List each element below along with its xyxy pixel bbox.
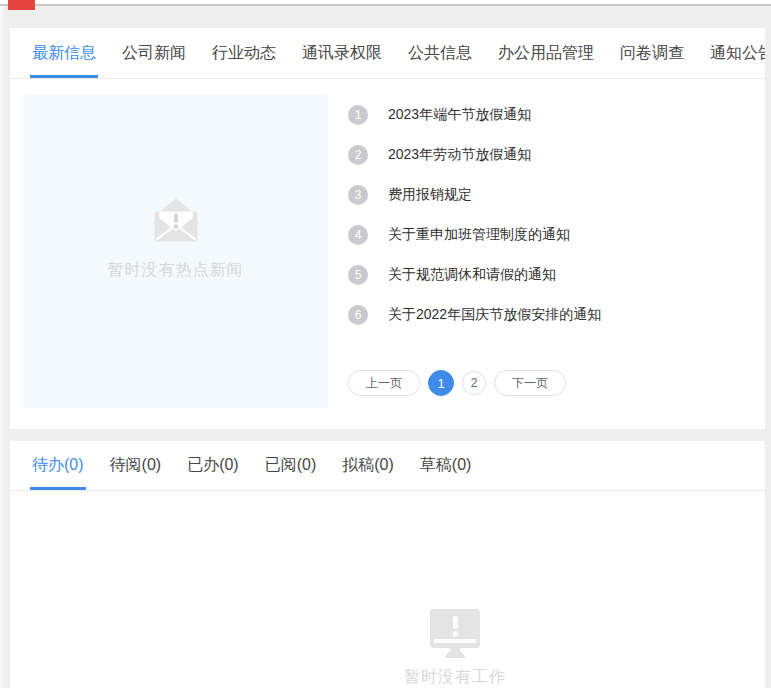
- news-title[interactable]: 2023年劳动节放假通知: [388, 146, 531, 164]
- tab-to-read[interactable]: 待阅(0): [110, 441, 162, 490]
- news-card: 最新信息 公司新闻 行业动态 通讯录权限 公共信息 办公用品管理 问卷调查 通知…: [10, 28, 765, 429]
- tab-draft-pending[interactable]: 拟稿(0): [342, 441, 394, 490]
- tab-done[interactable]: 已办(0): [187, 441, 239, 490]
- next-page-button[interactable]: 下一页: [494, 370, 566, 396]
- tab-survey[interactable]: 问卷调查: [620, 28, 684, 78]
- tab-read[interactable]: 已阅(0): [265, 441, 317, 490]
- news-item[interactable]: 1 2023年端午节放假通知: [348, 95, 601, 135]
- tab-todo[interactable]: 待办(0): [32, 441, 84, 490]
- news-tabbar: 最新信息 公司新闻 行业动态 通讯录权限 公共信息 办公用品管理 问卷调查 通知…: [10, 28, 765, 79]
- news-list: 1 2023年端午节放假通知 2 2023年劳动节放假通知 3 费用报销规定 4…: [348, 95, 601, 335]
- tasks-empty-state: 暂时没有工作: [400, 607, 510, 688]
- rank-badge: 5: [348, 265, 368, 285]
- tasks-tabbar: 待办(0) 待阅(0) 已办(0) 已阅(0) 拟稿(0) 草稿(0): [10, 441, 765, 491]
- news-title[interactable]: 2023年端午节放假通知: [388, 106, 531, 124]
- red-marker: [8, 0, 35, 10]
- news-title[interactable]: 关于重申加班管理制度的通知: [388, 226, 570, 244]
- rank-badge: 3: [348, 185, 368, 205]
- tab-latest-info[interactable]: 最新信息: [32, 28, 96, 78]
- page-number-1[interactable]: 1: [428, 370, 454, 396]
- tab-office-supplies[interactable]: 办公用品管理: [498, 28, 594, 78]
- tab-public-info[interactable]: 公共信息: [408, 28, 472, 78]
- rank-badge: 4: [348, 225, 368, 245]
- news-item[interactable]: 2 2023年劳动节放假通知: [348, 135, 601, 175]
- news-item[interactable]: 3 费用报销规定: [348, 175, 601, 215]
- page-number-2[interactable]: 2: [462, 371, 486, 395]
- news-empty-text: 暂时没有热点新闻: [108, 260, 244, 281]
- tasks-card: 待办(0) 待阅(0) 已办(0) 已阅(0) 拟稿(0) 草稿(0) 暂时没有…: [10, 441, 765, 688]
- rank-badge: 2: [348, 145, 368, 165]
- news-title[interactable]: 关于2022年国庆节放假安排的通知: [388, 306, 601, 324]
- pagination: 上一页 1 2 下一页: [348, 370, 566, 396]
- tab-industry-news[interactable]: 行业动态: [212, 28, 276, 78]
- prev-page-button[interactable]: 上一页: [348, 370, 420, 396]
- top-divider: [0, 4, 771, 6]
- envelope-alert-icon: [148, 194, 204, 246]
- monitor-alert-icon: [427, 607, 483, 659]
- tab-notice[interactable]: 通知公告: [710, 28, 765, 78]
- news-item[interactable]: 5 关于规范调休和请假的通知: [348, 255, 601, 295]
- tasks-empty-text: 暂时没有工作: [404, 667, 506, 688]
- tab-contacts-permission[interactable]: 通讯录权限: [302, 28, 382, 78]
- news-empty-panel: 暂时没有热点新闻: [23, 95, 328, 408]
- news-item[interactable]: 4 关于重申加班管理制度的通知: [348, 215, 601, 255]
- news-title[interactable]: 关于规范调休和请假的通知: [388, 266, 556, 284]
- news-item[interactable]: 6 关于2022年国庆节放假安排的通知: [348, 295, 601, 335]
- rank-badge: 1: [348, 105, 368, 125]
- rank-badge: 6: [348, 305, 368, 325]
- news-title[interactable]: 费用报销规定: [388, 186, 472, 204]
- left-edge-strip: [0, 6, 3, 688]
- tab-draft[interactable]: 草稿(0): [420, 441, 472, 490]
- tab-company-news[interactable]: 公司新闻: [122, 28, 186, 78]
